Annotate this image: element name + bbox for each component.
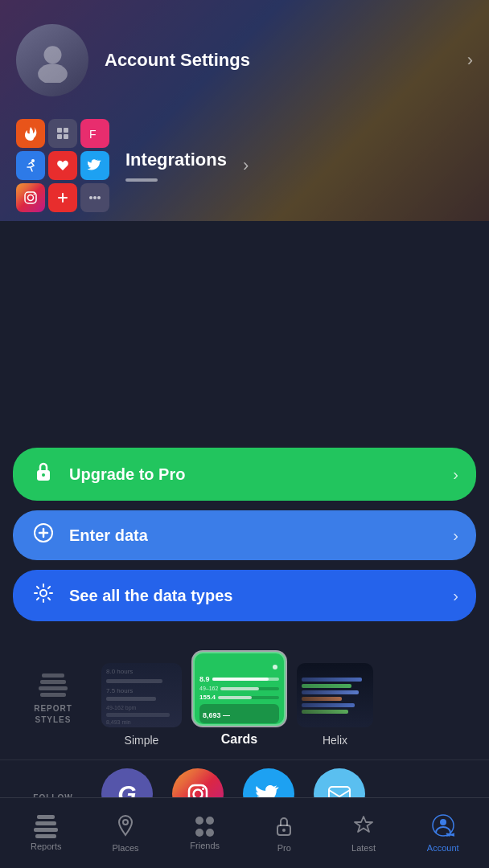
helix-lines <box>297 663 373 727</box>
report-styles-section: REPORTSTYLES 8.0 hours 7.5 hours 49-162 … <box>0 636 489 760</box>
integration-icons-grid: F <box>16 119 109 212</box>
svg-point-10 <box>34 194 35 195</box>
enter-data-button[interactable]: Enter data › <box>13 510 476 560</box>
nav-item-pro[interactable]: Pro <box>244 814 324 853</box>
account-settings-label: Account Settings <box>105 50 451 71</box>
nav-item-friends[interactable]: Friends <box>165 817 244 850</box>
simple-style-card: 8.0 hours 7.5 hours 49-162 bpm 8,493 min <box>101 663 182 727</box>
account-nav-label: Account <box>427 843 459 853</box>
account-settings-chevron: › <box>467 50 473 71</box>
nav-item-places[interactable]: Places <box>86 814 166 853</box>
helix-style-name: Helix <box>323 734 347 747</box>
pro-nav-label: Pro <box>277 843 291 853</box>
bottom-nav: Reports Places Friends Pro <box>0 797 489 868</box>
plus-icon <box>31 523 56 547</box>
svg-point-24 <box>282 829 286 832</box>
simple-style-name: Simple <box>125 734 159 747</box>
latest-icon <box>353 814 374 840</box>
helix-style-card <box>297 663 373 727</box>
avatar <box>16 24 88 96</box>
integration-icon-instagram <box>16 183 45 212</box>
svg-point-9 <box>28 195 34 201</box>
svg-point-20 <box>202 788 204 790</box>
action-buttons: Upgrade to Pro › Enter data › See all th… <box>0 433 489 636</box>
data-types-chevron: › <box>453 587 458 605</box>
svg-point-12 <box>93 196 97 199</box>
friends-nav-label: Friends <box>190 841 220 850</box>
svg-point-0 <box>43 46 61 63</box>
enter-data-chevron: › <box>453 526 458 545</box>
stacked-layers-icon <box>39 674 68 697</box>
pro-icon <box>273 814 294 840</box>
upgrade-pro-button[interactable]: Upgrade to Pro › <box>13 448 476 501</box>
simple-mini-bars: 8.0 hours 7.5 hours 49-162 bpm 8,493 min <box>106 668 177 725</box>
integration-icon-grid <box>48 119 77 148</box>
integrations-label: Integrations <box>125 149 227 170</box>
integration-icon-fire <box>16 119 45 148</box>
integrations-row[interactable]: F Integrations <box>16 119 473 212</box>
account-settings-row[interactable]: Account Settings › <box>16 24 473 96</box>
svg-point-1 <box>38 63 68 83</box>
friends-icon <box>195 817 216 837</box>
enter-data-label: Enter data <box>69 526 440 545</box>
gear-icon <box>31 583 56 608</box>
svg-point-22 <box>123 820 128 825</box>
integration-icon-dots <box>80 183 109 212</box>
report-style-items: 8.0 hours 7.5 hours 49-162 bpm 8,493 min… <box>93 652 476 747</box>
svg-point-26 <box>440 819 446 825</box>
upgrade-pro-chevron: › <box>453 465 458 484</box>
integration-icon-run <box>16 151 45 180</box>
svg-point-7 <box>31 159 35 162</box>
nav-item-latest[interactable]: Latest <box>324 814 404 853</box>
reports-icon <box>34 815 58 838</box>
svg-point-15 <box>42 473 45 477</box>
latest-nav-label: Latest <box>351 843 376 853</box>
lock-icon <box>31 461 56 488</box>
svg-point-13 <box>97 196 101 199</box>
report-styles-label-container: REPORTSTYLES <box>13 674 93 726</box>
svg-rect-5 <box>64 134 68 139</box>
integrations-sub: Integrations <box>125 149 227 182</box>
data-types-button[interactable]: See all the data types › <box>13 570 476 621</box>
svg-point-11 <box>89 196 92 199</box>
style-item-cards[interactable]: 8.9 49–162 155.4 8,693 — Cards <box>193 652 286 747</box>
style-item-simple[interactable]: 8.0 hours 7.5 hours 49-162 bpm 8,493 min… <box>101 663 182 747</box>
integration-icon-twitter <box>80 151 109 180</box>
indicator-bar <box>125 178 158 182</box>
reports-nav-label: Reports <box>31 841 62 851</box>
account-icon <box>432 814 454 840</box>
svg-point-17 <box>40 590 47 596</box>
style-item-helix[interactable]: Helix <box>297 663 373 747</box>
integrations-chevron: › <box>243 155 249 176</box>
integration-icon-health <box>48 151 77 180</box>
svg-rect-4 <box>57 134 62 139</box>
report-styles-text: REPORTSTYLES <box>34 703 72 726</box>
nav-item-account[interactable]: Account <box>403 814 483 853</box>
svg-rect-2 <box>57 128 62 133</box>
svg-rect-3 <box>64 128 68 133</box>
places-nav-label: Places <box>112 843 138 853</box>
svg-text:F: F <box>89 128 97 141</box>
cards-style-card: 8.9 49–162 155.4 8,693 — <box>193 652 286 726</box>
upgrade-pro-label: Upgrade to Pro <box>69 465 440 484</box>
nav-item-reports[interactable]: Reports <box>6 815 86 851</box>
report-styles-row: REPORTSTYLES 8.0 hours 7.5 hours 49-162 … <box>13 652 476 747</box>
header: Account Settings › F <box>0 0 489 212</box>
places-icon <box>115 814 136 840</box>
integration-icon-foursquare: F <box>80 119 109 148</box>
data-types-label: See all the data types <box>69 587 440 605</box>
cards-style-name: Cards <box>221 732 257 747</box>
integration-icon-plus <box>48 183 77 212</box>
avatar-icon <box>31 39 75 83</box>
